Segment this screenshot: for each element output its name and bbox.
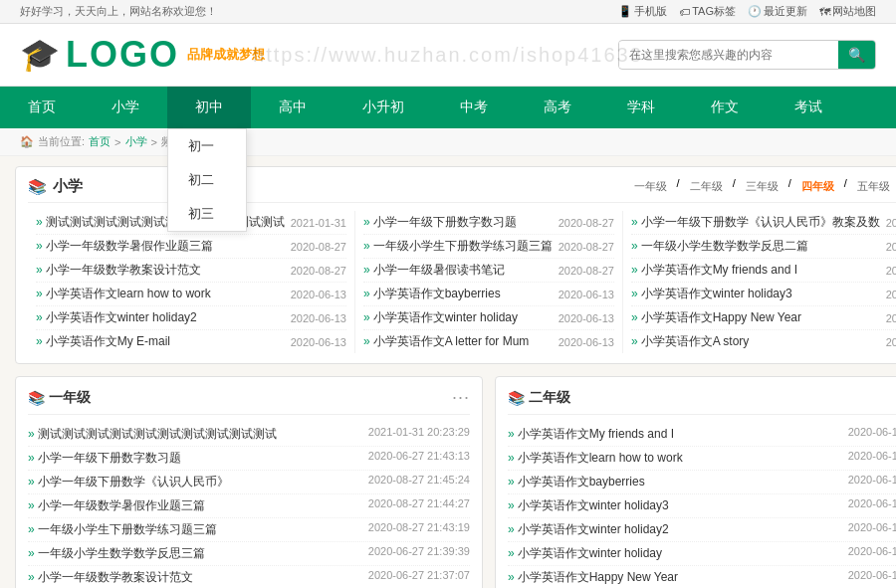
nav-chuzhong[interactable]: 初中 初一 初二 初三 [167, 87, 251, 128]
list-item: 小学一年级下册数学《认识人民币》2020-08-27 21:45:24 [28, 471, 470, 494]
article-title[interactable]: 小学英语作文My E-mail [36, 333, 285, 350]
grade-link-4[interactable]: 四年级 [797, 177, 838, 196]
top-bar-right: 📱 手机版 🏷 TAG标签 🕐 最近更新 🗺 网站地图 [618, 4, 876, 19]
list-item: 小学一年级数学教案设计范文2020-08-27 [36, 259, 346, 283]
article-date: 2020-08-27 [291, 265, 346, 277]
article-date: 2021-01-31 [291, 217, 346, 229]
two-col-sections: 📚 一年级 ··· 测试测试测试测试测试测试测试测试测试测试2021-01-31… [15, 376, 896, 588]
nav-dropdown-item-chu1[interactable]: 初一 [168, 129, 246, 163]
nav-xiaoshengchu[interactable]: 小升初 [335, 87, 432, 128]
grade-link-3[interactable]: 三年级 [742, 177, 783, 196]
article-title[interactable]: 小学英语作文A letter for Mum [363, 333, 553, 350]
article-title[interactable]: 小学英语作文Happy New Year [631, 309, 880, 326]
grade-link-1[interactable]: 一年级 [630, 177, 671, 196]
xiaoxue-col2: 小学一年级下册数字数习题2020-08-27 一年级小学生下册数学练习题三篇20… [355, 211, 623, 353]
list-item: 小学英语作文My friends and I2020-06-13 11:40:0… [508, 423, 896, 447]
grade1-section: 📚 一年级 ··· 测试测试测试测试测试测试测试测试测试测试2021-01-31… [15, 376, 483, 588]
article-date: 2020-06-13 [886, 289, 896, 300]
list-item: 小学英语作文winter holiday2020-06-13 [363, 306, 614, 330]
article-title[interactable]: 小学英语作文learn how to work [508, 450, 842, 467]
logo: LOGO [66, 34, 179, 76]
xiaoxue-section-header: 📚 小学 一年级 / 二年级 / 三年级 / 四年级 / 五年级 / 六年级 [28, 177, 896, 203]
nav: 首页 小学 初中 初一 初二 初三 高中 小升初 中考 高考 学科 作文 考试 [0, 87, 896, 128]
article-title[interactable]: 小学一年级暑假读书笔记 [363, 262, 553, 279]
article-title[interactable]: 小学一年级下册数字数习题 [28, 450, 362, 467]
article-title[interactable]: 一年级小学生下册数学练习题三篇 [28, 521, 362, 538]
article-title[interactable]: 小学一年级下册数学《认识人民币》教案及数 [631, 214, 880, 231]
article-date: 2020-06-13 [559, 289, 614, 300]
header: 🎓 LOGO 品牌成就梦想 https://www.huzhan.com/ish… [0, 24, 896, 87]
article-title[interactable]: 小学一年级下册数字数习题 [363, 214, 553, 231]
breadcrumb-home[interactable]: 首页 [89, 134, 111, 149]
search-area: 🔍 [618, 40, 876, 70]
article-title[interactable]: 小学英语作文My friends and I [631, 262, 880, 279]
article-title[interactable]: 小学英语作文bayberries [363, 286, 553, 302]
article-date: 2020-06-13 11:40:01 [848, 426, 896, 443]
content-area: 📚 小学 一年级 / 二年级 / 三年级 / 四年级 / 五年级 / 六年级 测… [0, 156, 896, 588]
article-date: 2020-06-13 09:00:01 [848, 521, 896, 538]
list-item: 一年级小学生数学数学反思三篇2020-06-27 21:39:39 [28, 542, 470, 566]
grade-link-5[interactable]: 五年级 [853, 177, 894, 196]
mobile-link[interactable]: 📱 手机版 [618, 4, 667, 19]
article-title[interactable]: 小学一年级数学暑假作业题三篇 [36, 238, 285, 255]
nav-zuowen[interactable]: 作文 [683, 87, 767, 128]
article-date: 2020-08-27 [291, 241, 346, 253]
article-title[interactable]: 小学一年级数学教案设计范文 [36, 262, 285, 279]
grade1-icon: 📚 [28, 390, 45, 406]
grade1-more[interactable]: ··· [452, 387, 470, 408]
list-item: 小学一年级数学教案设计范文2020-06-27 21:37:07 [28, 566, 470, 588]
search-input[interactable] [619, 42, 838, 68]
nav-zhongkao[interactable]: 中考 [432, 87, 516, 128]
nav-dropdown-item-chu2[interactable]: 初二 [168, 163, 246, 197]
nav-xiaoxue[interactable]: 小学 [84, 87, 167, 128]
nav-home[interactable]: 首页 [0, 87, 84, 128]
article-title[interactable]: 一年级小学生下册数学练习题三篇 [363, 238, 553, 255]
article-title[interactable]: 小学一年级下册数学《认识人民币》 [28, 474, 362, 490]
list-item: 小学英语作文bayberries2020-06-13 10:20:02 [508, 471, 896, 494]
article-title[interactable]: 小学英语作文winter holiday2 [36, 309, 285, 326]
article-title[interactable]: 小学英语作文winter holiday2 [508, 521, 842, 538]
article-title[interactable]: 小学英语作文winter holiday [508, 545, 842, 562]
nav-kaoshi[interactable]: 考试 [767, 87, 850, 128]
breadcrumb: 🏠 当前位置: 首页 > 小学 > 频道页 [0, 128, 896, 156]
list-item: 小学英语作文A letter for Mum2020-06-13 [363, 330, 614, 353]
article-title[interactable]: 小学一年级数学教案设计范文 [28, 569, 362, 586]
recent-link[interactable]: 🕐 最近更新 [748, 4, 807, 19]
article-title[interactable]: 小学英语作文winter holiday3 [631, 286, 880, 302]
article-title[interactable]: 小学英语作文winter holiday3 [508, 497, 842, 514]
grade1-article-list: 测试测试测试测试测试测试测试测试测试测试2021-01-31 20:23:29 … [28, 423, 470, 588]
nav-gaozhong[interactable]: 高中 [251, 87, 335, 128]
list-item: 一年级小学生下册数学练习题三篇2020-08-27 [363, 235, 614, 259]
article-title[interactable]: 一年级小学生数学数学反思二篇 [631, 238, 880, 255]
search-button[interactable]: 🔍 [838, 41, 875, 69]
list-item: 小学英语作文learn how to work2020-06-13 11:00:… [508, 447, 896, 471]
article-title[interactable]: 小学英语作文A story [631, 333, 880, 350]
article-title[interactable]: 小学英语作文My friends and I [508, 426, 842, 443]
article-title[interactable]: 小学英语作文Happy New Year [508, 569, 842, 586]
grade-link-2[interactable]: 二年级 [686, 177, 727, 196]
list-item: 小学一年级数学暑假作业题三篇2020-08-27 [36, 235, 346, 259]
article-title[interactable]: 一年级小学生数学数学反思三篇 [28, 545, 362, 562]
article-date: 2020-06-13 07:40:02 [848, 569, 896, 586]
grade1-header: 📚 一年级 ··· [28, 387, 470, 415]
xiaoxue-col3: 小学一年级下册数学《认识人民币》教案及数2020-08-27 一年级小学生数学数… [623, 211, 896, 353]
list-item: 一年级小学生数学数学反思二篇2020-08-27 [631, 235, 896, 259]
article-title[interactable]: 测试测试测试测试测试测试测试测试测试测试 [28, 426, 362, 443]
tag-link[interactable]: 🏷 TAG标签 [679, 4, 736, 19]
breadcrumb-xiaoxue[interactable]: 小学 [125, 134, 147, 149]
xiaoxue-title: 📚 小学 [28, 177, 83, 196]
list-item: 小学英语作文winter holiday22020-06-13 [36, 306, 346, 330]
grade1-title: 📚 一年级 [28, 389, 91, 407]
article-title[interactable]: 测试测试测试测试测试测试测试测试测试测试 [36, 214, 285, 231]
article-date: 2020-06-12 [886, 336, 896, 348]
top-notice: 好好学习，天天向上，网站名称欢迎您！ [20, 4, 217, 19]
nav-xueke[interactable]: 学科 [599, 87, 683, 128]
nav-gaokao[interactable]: 高考 [516, 87, 599, 128]
list-item: 测试测试测试测试测试测试测试测试测试测试2021-01-31 20:23:29 [28, 423, 470, 447]
nav-dropdown-item-chu3[interactable]: 初三 [168, 197, 246, 231]
article-title[interactable]: 小学一年级数学暑假作业题三篇 [28, 497, 362, 514]
article-title[interactable]: 小学英语作文winter holiday [363, 309, 553, 326]
article-title[interactable]: 小学英语作文learn how to work [36, 286, 285, 302]
article-title[interactable]: 小学英语作文bayberries [508, 474, 842, 490]
sitemap-link[interactable]: 🗺 网站地图 [819, 4, 876, 19]
